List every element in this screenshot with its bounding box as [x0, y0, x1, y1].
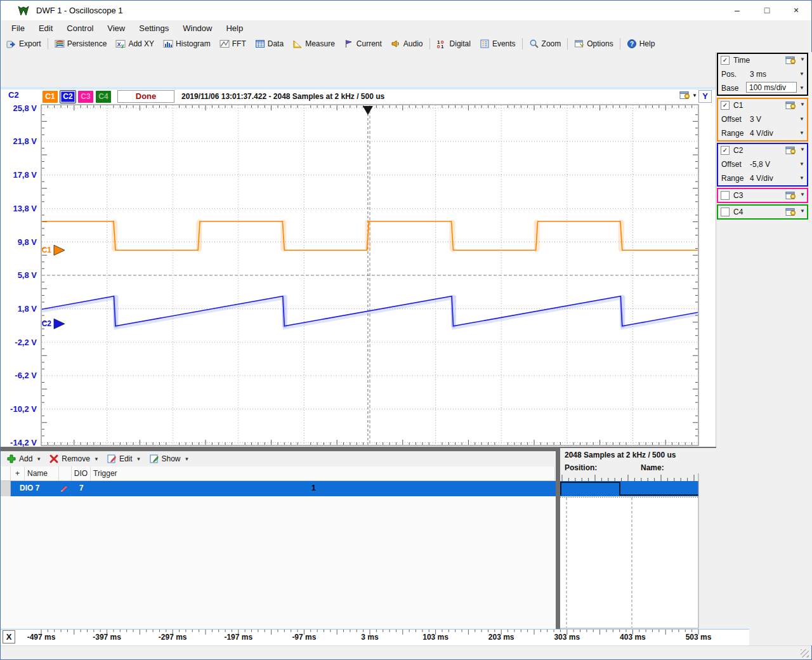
pencil-icon[interactable]: [60, 484, 69, 493]
menu-item-edit[interactable]: Edit: [32, 21, 60, 36]
toolbar-fft[interactable]: FFT: [215, 37, 251, 50]
row-selector[interactable]: [1, 481, 11, 496]
close-button[interactable]: ×: [782, 1, 811, 20]
field-label: Base: [721, 84, 738, 93]
gear-icon[interactable]: [785, 146, 797, 155]
toolbar-measure[interactable]: Measure: [288, 37, 339, 50]
toolbar-digital[interactable]: 1001Digital: [432, 37, 475, 50]
toolbar: ExportPersistenceXyAdd XYHistogramFFTDat…: [1, 36, 811, 52]
toolbar-label: Audio: [403, 39, 423, 48]
toolbar-add-xy[interactable]: XyAdd XY: [111, 37, 159, 50]
chevron-down-icon: ▼: [692, 93, 697, 98]
y-axis-label: 17,8 V: [13, 170, 37, 180]
channel-button-c1[interactable]: C1: [43, 91, 58, 103]
digital-toolbar-add[interactable]: Add▼: [3, 452, 45, 465]
toolbar-zoom[interactable]: Zoom: [525, 37, 566, 50]
toolbar-label: Histogram: [176, 39, 211, 48]
chevron-down-icon[interactable]: ▼: [800, 56, 805, 62]
plot-options-button[interactable]: ▼: [679, 91, 697, 100]
add-icon: [6, 454, 16, 464]
toolbar-help[interactable]: ?Help: [622, 37, 660, 50]
chevron-down-icon[interactable]: ▼: [799, 130, 804, 136]
toolbar-persistence[interactable]: Persistence: [50, 37, 112, 50]
x-axis-label: 103 ms: [422, 633, 449, 642]
svg-text:y: y: [121, 43, 124, 48]
toolbar-label: Zoom: [542, 39, 561, 48]
field-value[interactable]: 3 V: [750, 115, 796, 124]
x-axis-button[interactable]: X: [3, 630, 15, 644]
scope-plot-svg: 25,8 V21,8 V17,8 V13,8 V9,8 V5,8 V1,8 V-…: [1, 102, 716, 449]
chevron-down-icon[interactable]: ▼: [799, 175, 804, 181]
add-xy-icon: Xy: [115, 39, 126, 49]
chevron-down-icon[interactable]: ▼: [800, 147, 805, 152]
checkbox-c4[interactable]: [721, 208, 730, 216]
gear-icon[interactable]: [785, 208, 797, 216]
status-bar: Start single acquisition (F4).: [1, 645, 811, 659]
digital-table-header: +NameDIOTrigger: [1, 466, 556, 481]
digital-toolbar-remove[interactable]: Remove▼: [45, 452, 103, 465]
panel-row: Range4 V/div▼: [718, 126, 807, 140]
digital-toolbar-edit[interactable]: Edit▼: [103, 452, 145, 465]
resize-grip[interactable]: [801, 649, 809, 657]
menu-item-window[interactable]: Window: [176, 21, 219, 36]
toolbar-audio[interactable]: Audio: [386, 37, 428, 50]
chevron-down-icon[interactable]: ▼: [799, 71, 804, 77]
channel-button-c2[interactable]: C2: [60, 91, 75, 103]
menu-item-file[interactable]: File: [4, 21, 32, 36]
chevron-down-icon[interactable]: ▼: [799, 161, 804, 167]
column-header-DIO[interactable]: DIO: [72, 466, 91, 480]
vertical-splitter[interactable]: [556, 451, 560, 629]
field-value[interactable]: 4 V/div: [750, 174, 796, 183]
maximize-button[interactable]: □: [752, 1, 782, 20]
checkbox-time[interactable]: ✓: [721, 56, 730, 65]
toolbar-data[interactable]: Data: [251, 37, 288, 50]
checkbox-c2[interactable]: ✓: [721, 146, 730, 155]
channel-button-c3[interactable]: C3: [78, 91, 93, 103]
x-axis-label: -497 ms: [27, 633, 56, 642]
column-header-Name[interactable]: Name: [25, 466, 59, 480]
toolbar-label: Measure: [305, 39, 335, 48]
y-axis-label: 13,8 V: [13, 204, 37, 213]
chevron-down-icon[interactable]: ▼: [799, 116, 804, 122]
menu-item-settings[interactable]: Settings: [132, 21, 176, 36]
channel-button-c4[interactable]: C4: [96, 91, 111, 103]
y-axis-label: -14,2 V: [10, 438, 37, 447]
field-value-box[interactable]: 100 ms/div: [746, 82, 797, 93]
toolbar-options[interactable]: Options: [570, 37, 617, 50]
y-axis-button[interactable]: Y: [698, 90, 712, 103]
minimize-button[interactable]: –: [723, 1, 752, 20]
gear-icon[interactable]: [785, 101, 797, 110]
field-value[interactable]: 4 V/div: [750, 129, 796, 138]
chevron-down-icon[interactable]: ▼: [799, 85, 804, 91]
column-header-+[interactable]: +: [11, 466, 25, 480]
toolbar-histogram[interactable]: Histogram: [159, 37, 215, 50]
chevron-down-icon[interactable]: ▼: [800, 208, 805, 214]
column-header-blank[interactable]: [59, 466, 72, 480]
digital-toolbar-show[interactable]: Show▼: [145, 452, 193, 465]
table-row[interactable]: DIO 7 7 1: [1, 481, 556, 496]
field-value[interactable]: -5,8 V: [750, 160, 796, 169]
checkbox-c1[interactable]: ✓: [721, 101, 730, 110]
field-value[interactable]: 3 ms: [750, 70, 796, 79]
axis-channel-label: C2: [8, 90, 19, 100]
column-header-Trigger[interactable]: Trigger: [91, 466, 555, 480]
column-header-blank[interactable]: [1, 466, 11, 480]
menu-item-view[interactable]: View: [100, 21, 132, 36]
menu-item-help[interactable]: Help: [219, 21, 250, 36]
toolbar-label: Persistence: [67, 39, 107, 48]
toolbar-separator: [620, 38, 620, 50]
toolbar-separator: [567, 38, 568, 50]
toolbar-current[interactable]: Current: [339, 37, 386, 50]
toolbar-export[interactable]: Export: [2, 37, 46, 50]
chevron-down-icon[interactable]: ▼: [800, 192, 805, 197]
menu-item-control[interactable]: Control: [60, 21, 100, 36]
checkbox-c3[interactable]: [721, 191, 730, 200]
y-axis-label: 9,8 V: [18, 237, 37, 247]
chevron-down-icon[interactable]: ▼: [800, 102, 805, 107]
toolbar-label: Add XY: [128, 39, 154, 48]
toolbar-label: Options: [587, 39, 613, 48]
gear-icon[interactable]: [785, 56, 797, 65]
toolbar-events[interactable]: Events: [475, 37, 520, 50]
plot-area[interactable]: 25,8 V21,8 V17,8 V13,8 V9,8 V5,8 V1,8 V-…: [1, 102, 716, 449]
gear-icon[interactable]: [785, 191, 797, 200]
